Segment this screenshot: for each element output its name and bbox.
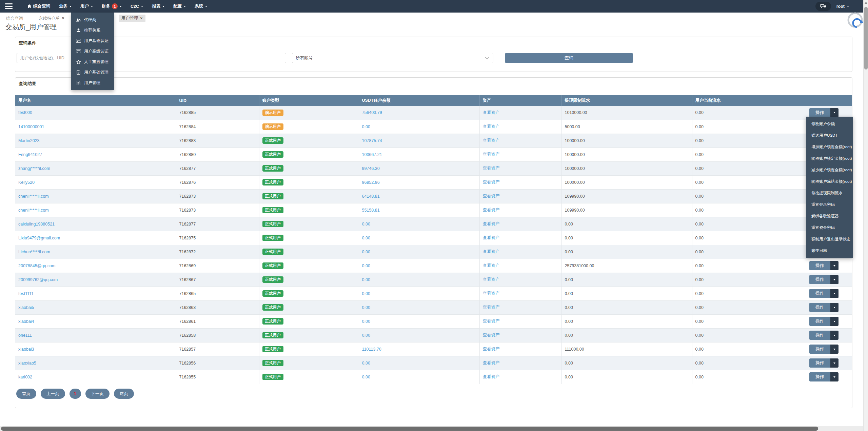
nav-item-综合查询[interactable]: 综合查询: [23, 0, 55, 13]
username-link[interactable]: xiaobai3: [18, 347, 34, 352]
username-link[interactable]: one111: [18, 333, 32, 338]
nav-item-业务[interactable]: 业务: [55, 0, 76, 13]
username-link[interactable]: caixiuling19880521: [18, 222, 55, 227]
user-menu-item-人工重置管理[interactable]: 人工重置管理: [71, 57, 114, 67]
action-button[interactable]: 操作: [809, 358, 830, 368]
action-caret-button[interactable]: [830, 358, 839, 368]
user-menu-item-推荐关系[interactable]: 推荐关系: [71, 25, 114, 36]
action-menu-item-修改提现限制流水[interactable]: 修改提现限制流水: [806, 187, 853, 199]
view-assets-link[interactable]: 查看资产: [483, 277, 500, 282]
horizontal-scrollbar-thumb[interactable]: [1, 427, 818, 431]
action-caret-button[interactable]: [830, 261, 839, 270]
username-link[interactable]: Feng941027: [18, 152, 42, 157]
action-caret-button[interactable]: [830, 303, 839, 312]
action-button[interactable]: 操作: [809, 108, 830, 117]
usdt-balance-link[interactable]: 99746.30: [362, 166, 380, 171]
view-assets-link[interactable]: 查看资产: [483, 333, 500, 337]
usdt-balance-link[interactable]: 0.00: [362, 124, 370, 129]
username-link[interactable]: Lixia9479@gmail.com: [18, 236, 60, 240]
action-button[interactable]: 操作: [809, 317, 830, 326]
usdt-balance-link[interactable]: 0.00: [362, 236, 370, 240]
usdt-balance-link[interactable]: 0.00: [362, 361, 370, 366]
action-button[interactable]: 操作: [809, 261, 830, 270]
nav-item-报表[interactable]: 报表: [147, 0, 169, 13]
usdt-balance-link[interactable]: 64148.81: [362, 194, 380, 199]
view-assets-link[interactable]: 查看资产: [483, 235, 500, 240]
user-account-button[interactable]: root: [836, 4, 849, 9]
user-menu-item-用户基础认证[interactable]: 用户基础认证: [71, 36, 114, 46]
usdt-balance-link[interactable]: 96852.96: [362, 180, 380, 185]
view-assets-link[interactable]: 查看资产: [483, 138, 500, 143]
username-link[interactable]: chenli*****il.com: [18, 208, 49, 213]
view-assets-link[interactable]: 查看资产: [483, 319, 500, 324]
view-assets-link[interactable]: 查看资产: [483, 180, 500, 184]
action-button[interactable]: 操作: [809, 331, 830, 340]
account-type-select[interactable]: 所有账号: [292, 53, 493, 63]
pagination-next-button[interactable]: 下一页: [85, 389, 110, 399]
username-link[interactable]: Martin2023: [18, 138, 40, 143]
usdt-balance-link[interactable]: 0.00: [362, 277, 370, 282]
usdt-balance-link[interactable]: 110113.70: [362, 347, 381, 352]
view-assets-link[interactable]: 查看资产: [483, 110, 500, 115]
close-icon[interactable]: ×: [62, 16, 64, 20]
username-link[interactable]: 20078845@qq.com: [18, 263, 55, 268]
username-link[interactable]: xiaobai4: [18, 319, 34, 324]
vertical-scrollbar-thumb[interactable]: [864, 7, 868, 70]
sidebar-toggle-button[interactable]: [5, 3, 13, 9]
scroll-up-arrow[interactable]: [865, 2, 867, 4]
action-caret-button[interactable]: [830, 289, 839, 298]
username-link[interactable]: xiaoxiao5: [18, 361, 36, 366]
usdt-balance-link[interactable]: 0.00: [362, 319, 370, 324]
user-menu-item-用户基础管理[interactable]: 用户基础管理: [71, 67, 114, 78]
action-menu-item-增加账户锁定金额(root)[interactable]: 增加账户锁定金额(root): [806, 141, 853, 153]
action-menu-item-转移账户冻结金额(root)[interactable]: 转移账户冻结金额(root): [806, 176, 853, 187]
action-menu-item-解绑谷歌验证器[interactable]: 解绑谷歌验证器: [806, 210, 853, 222]
user-menu-item-用户管理[interactable]: 用户管理: [71, 78, 114, 88]
close-icon[interactable]: ×: [140, 16, 143, 20]
user-menu-item-用户高级认证[interactable]: 用户高级认证: [71, 46, 114, 57]
search-button[interactable]: 查询: [505, 53, 633, 63]
view-assets-link[interactable]: 查看资产: [483, 305, 500, 310]
usdt-balance-link[interactable]: 107875.74: [362, 138, 382, 143]
view-assets-link[interactable]: 查看资产: [483, 208, 500, 212]
view-assets-link[interactable]: 查看资产: [483, 374, 500, 379]
nav-item-C2C[interactable]: C2C: [126, 0, 147, 13]
keyword-input[interactable]: [17, 53, 286, 63]
action-menu-item-转移账户锁定金额(root)[interactable]: 转移账户锁定金额(root): [806, 153, 853, 164]
username-link[interactable]: Kelly520: [18, 180, 35, 185]
view-assets-link[interactable]: 查看资产: [483, 124, 500, 129]
usdt-balance-link[interactable]: 0.00: [362, 291, 370, 296]
action-button[interactable]: 操作: [809, 345, 830, 354]
username-link[interactable]: karl002: [18, 375, 32, 379]
username-link[interactable]: chenli*****il.com: [18, 194, 49, 199]
usdt-balance-link[interactable]: 100667.21: [362, 152, 382, 157]
tab-用户管理[interactable]: 用户管理×: [119, 15, 145, 22]
usdt-balance-link[interactable]: 0.00: [362, 375, 370, 379]
tab-永续持仓单[interactable]: 永续持仓单×: [36, 15, 67, 22]
usdt-balance-link[interactable]: 0.00: [362, 222, 370, 227]
messages-button[interactable]: [815, 2, 831, 11]
action-menu-item-强制用户退出登录状态[interactable]: 强制用户退出登录状态: [806, 233, 853, 245]
view-assets-link[interactable]: 查看资产: [483, 221, 500, 226]
action-menu-item-减少账户锁定金额(root)[interactable]: 减少账户锁定金额(root): [806, 164, 853, 176]
view-assets-link[interactable]: 查看资产: [483, 194, 500, 198]
usdt-balance-link[interactable]: 0.00: [362, 333, 370, 338]
action-caret-button[interactable]: [830, 317, 839, 326]
view-assets-link[interactable]: 查看资产: [483, 249, 500, 254]
action-caret-button[interactable]: [830, 372, 839, 381]
username-link[interactable]: 200999762@qq.com: [18, 277, 58, 282]
tab-综合查询[interactable]: 综合查询: [3, 15, 26, 22]
nav-item-用户[interactable]: 用户: [76, 0, 97, 13]
action-menu-item-赠送用户USDT[interactable]: 赠送用户USDT: [806, 130, 853, 141]
pagination-last-button[interactable]: 尾页: [114, 389, 134, 399]
pagination-first-button[interactable]: 首页: [16, 389, 36, 399]
usdt-balance-link[interactable]: 0.00: [362, 250, 370, 254]
user-menu-item-代理商[interactable]: 代理商: [71, 15, 114, 25]
view-assets-link[interactable]: 查看资产: [483, 166, 500, 171]
usdt-balance-link[interactable]: 55158.81: [362, 208, 380, 213]
username-link[interactable]: zhangj*****il.com: [18, 166, 50, 171]
action-button[interactable]: 操作: [809, 303, 830, 312]
usdt-balance-link[interactable]: 0.00: [362, 263, 370, 268]
nav-item-配置[interactable]: 配置: [169, 0, 190, 13]
username-link[interactable]: test1111: [18, 291, 34, 296]
